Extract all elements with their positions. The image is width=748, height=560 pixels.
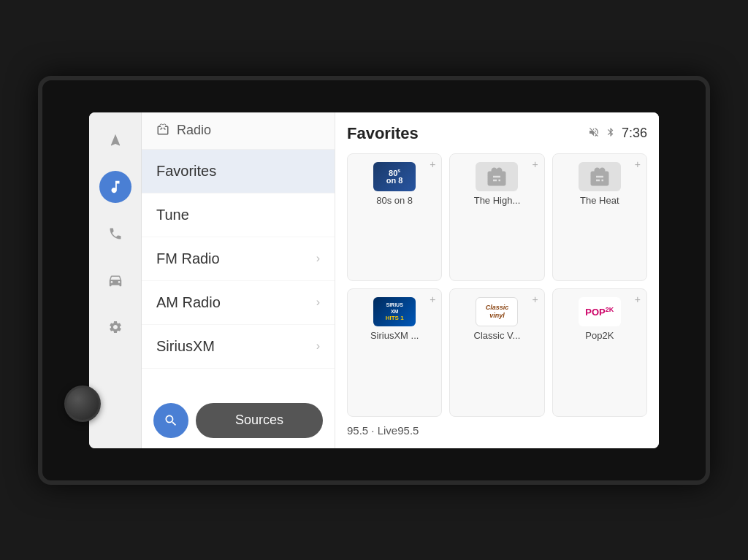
add-icon-high: + [532,158,538,170]
chevron-right-icon: › [316,340,320,353]
favorite-card-the-heat[interactable]: + The Heat [552,153,647,282]
card-logo-sirius: SIRIUSXMHITS 1 [373,296,416,327]
menu-bottom: Sources [142,393,335,448]
chevron-right-icon: › [316,252,320,265]
radio-icon [156,123,169,139]
sidebar-item-phone[interactable] [99,218,131,250]
card-label-classic: Classic V... [474,330,521,341]
menu-item-fm-radio[interactable]: FM Radio › [142,237,335,281]
logo-classic-vinyl: Classicvinyl [476,297,518,326]
screen-inner: Radio Favorites Tune FM Radio › AM Radio [89,112,659,448]
card-logo-80s: 80son 8 [373,161,416,192]
menu-panel: Radio Favorites Tune FM Radio › AM Radio [142,112,335,448]
pop2k-text: POP2K [585,306,614,318]
favorites-grid: + 80son 8 80s on 8 + [347,153,647,417]
search-button[interactable] [153,403,188,438]
content-header: Favorites 7:36 [347,124,647,143]
sources-button[interactable]: Sources [196,403,323,438]
logo-80s-on-8: 80son 8 [373,162,416,191]
sources-label: Sources [235,413,283,428]
card-logo-classic: Classicvinyl [475,296,519,327]
menu-item-am-radio[interactable]: AM Radio › [142,281,335,325]
now-playing: 95.5 · Live95.5 [347,424,647,437]
add-icon-pop2k: + [635,294,641,305]
favorite-card-pop2k[interactable]: + POP2K Pop2K [552,288,647,417]
screen: Radio Favorites Tune FM Radio › AM Radio [89,112,659,448]
sidebar-item-navigation[interactable] [99,124,131,156]
favorite-card-classic-vinyl[interactable]: + Classicvinyl Classic V... [449,288,544,417]
add-icon-heat: + [635,158,641,170]
menu-item-favorites[interactable]: Favorites [142,150,335,193]
menu-items: Favorites Tune FM Radio › AM Radio › Sir [142,150,335,393]
card-label-high: The High... [474,195,521,206]
car-frame: Radio Favorites Tune FM Radio › AM Radio [38,76,710,485]
card-logo-high [475,161,519,192]
menu-item-label-favorites: Favorites [156,163,216,180]
favorite-card-the-high[interactable]: + The High... [449,153,544,282]
favorite-card-siriusxm[interactable]: + SIRIUSXMHITS 1 SiriusXM ... [347,288,442,417]
card-label-pop2k: Pop2K [585,330,614,341]
clock-time: 7:36 [622,126,647,141]
status-bar: 7:36 [588,126,647,141]
classic-vinyl-text: Classicvinyl [486,304,509,320]
logo-the-heat [579,162,621,191]
menu-item-siriusxm[interactable]: SiriusXM › [142,325,335,369]
mute-icon [588,126,600,140]
sidebar-item-music[interactable] [99,171,131,203]
menu-item-tune[interactable]: Tune [142,193,335,237]
card-logo-heat [578,161,622,192]
menu-item-label-siriusxm: SiriusXM [156,338,215,355]
card-logo-pop2k: POP2K [578,296,622,327]
card-label-heat: The Heat [580,195,619,206]
chevron-right-icon: › [316,296,320,309]
logo-siriusxm-hits: SIRIUSXMHITS 1 [373,297,416,326]
favorite-card-80s-on-8[interactable]: + 80son 8 80s on 8 [347,153,442,282]
menu-item-label-tune: Tune [156,207,189,223]
sidebar-item-settings[interactable] [99,311,131,343]
volume-knob[interactable] [64,386,101,422]
add-icon-sirius: + [430,294,435,305]
card-label-sirius: SiriusXM ... [370,330,419,341]
section-title: Favorites [347,124,419,143]
add-icon-80s: + [430,158,435,170]
menu-title: Radio [177,123,211,138]
card-label-80s: 80s on 8 [376,195,413,206]
menu-header: Radio [142,112,335,150]
menu-item-label-fm: FM Radio [156,250,220,267]
content-panel: Favorites 7:36 [335,112,659,448]
menu-item-label-am: AM Radio [156,294,221,311]
logo-the-high [476,162,518,191]
logo-pop2k: POP2K [579,297,621,326]
add-icon-classic: + [532,294,538,305]
bluetooth-icon [606,127,616,139]
sidebar-item-car[interactable] [99,264,131,296]
